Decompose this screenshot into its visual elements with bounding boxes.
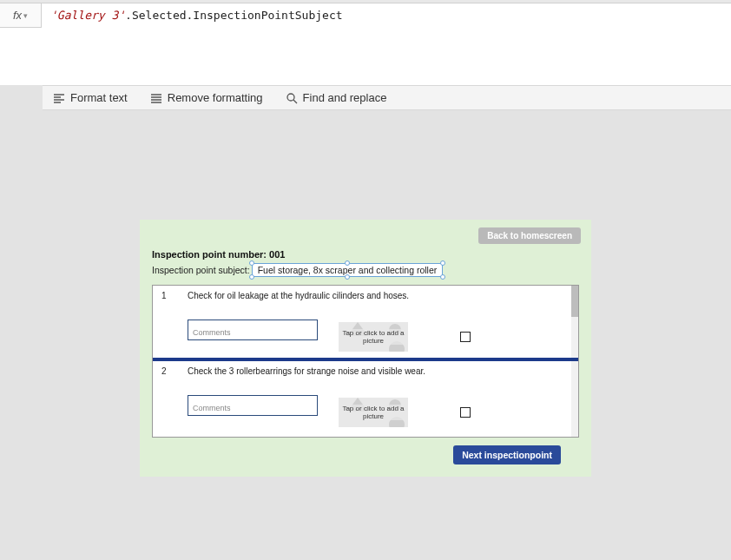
format-text-button[interactable]: Format text [53, 91, 128, 104]
row-checkbox[interactable] [460, 332, 471, 342]
formula-toolbar: Format text Remove formatting Find and r… [43, 85, 731, 110]
fx-label: fx [13, 9, 22, 22]
search-icon [286, 92, 298, 104]
inspection-gallery[interactable]: 1 Check for oil leakage at the hydraulic… [152, 285, 579, 438]
row-number: 2 [161, 366, 172, 432]
ipn-label: Inspection point number: [152, 249, 267, 260]
resize-handle-icon[interactable] [249, 260, 254, 266]
inspection-point-subject-row: Inspection point subject: Fuel storage, … [152, 263, 579, 277]
formula-string-literal: 'Gallery 3' [50, 9, 125, 22]
resize-handle-icon[interactable] [440, 260, 445, 266]
gallery-row[interactable]: 1 Check for oil leakage at the hydraulic… [153, 286, 578, 361]
comments-input[interactable]: Comments [188, 320, 318, 340]
comments-placeholder: Comments [193, 404, 231, 412]
add-picture-control[interactable]: Tap or click to add a picture [339, 322, 408, 352]
inspection-point-number: Inspection point number: 001 [152, 249, 579, 260]
add-picture-label: Tap or click to add a picture [339, 405, 408, 420]
remove-formatting-label: Remove formatting [168, 91, 263, 104]
remove-formatting-button[interactable]: Remove formatting [150, 91, 263, 104]
resize-handle-icon[interactable] [345, 274, 350, 280]
formula-input[interactable]: 'Gallery 3'.Selected.InspectionPointSubj… [42, 3, 731, 27]
find-replace-label: Find and replace [303, 91, 387, 104]
chevron-down-icon: ▾ [23, 11, 28, 20]
back-to-homescreen-button[interactable]: Back to homescreen [478, 227, 581, 244]
find-replace-button[interactable]: Find and replace [286, 91, 387, 104]
row-number: 1 [161, 291, 172, 352]
resize-handle-icon[interactable] [345, 260, 350, 266]
resize-handle-icon[interactable] [440, 274, 445, 280]
row-instruction: Check for oil leakage at the hydraulic c… [188, 291, 570, 300]
gallery-row[interactable]: 2 Check the 3 rollerbearrings for strang… [153, 361, 578, 437]
format-text-label: Format text [70, 91, 128, 104]
design-canvas[interactable]: Back to homescreen Inspection point numb… [0, 110, 731, 477]
align-left-icon [53, 92, 65, 104]
formula-bar: fx ▾ 'Gallery 3'.Selected.InspectionPoin… [0, 3, 731, 85]
add-picture-label: Tap or click to add a picture [339, 329, 408, 345]
row-checkbox[interactable] [460, 407, 471, 418]
remove-format-icon [150, 92, 162, 104]
ipn-value: 001 [269, 249, 285, 260]
selected-subject-control[interactable]: Fuel storage, 8x scraper and collecting … [252, 263, 444, 277]
app-preview-screen: Back to homescreen Inspection point numb… [140, 220, 591, 477]
row-instruction: Check the 3 rollerbearrings for strange … [188, 366, 570, 376]
fx-dropdown-button[interactable]: fx ▾ [0, 3, 42, 28]
svg-point-0 [287, 94, 294, 101]
comments-input[interactable]: Comments [188, 395, 318, 416]
subject-label: Inspection point subject: [152, 265, 250, 275]
next-inspectionpoint-button[interactable]: Next inspectionpoint [453, 445, 561, 464]
formula-remainder: .Selected.InspectionPointSubject [125, 9, 342, 22]
resize-handle-icon[interactable] [249, 274, 254, 280]
add-picture-control[interactable]: Tap or click to add a picture [339, 398, 408, 427]
comments-placeholder: Comments [193, 328, 231, 337]
